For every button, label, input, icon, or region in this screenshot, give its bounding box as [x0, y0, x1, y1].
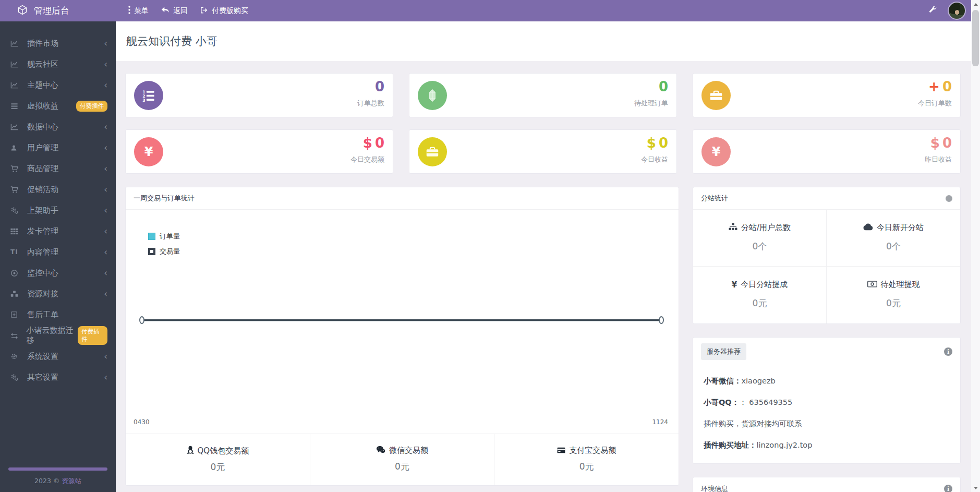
info-icon[interactable]: i [944, 485, 952, 492]
legend-item-volume[interactable]: 交易量 [148, 247, 180, 256]
sidebar-item-system-settings[interactable]: 系统设置 ‹ [0, 346, 116, 367]
copyright-link[interactable]: 资源站 [62, 477, 81, 485]
menu-button[interactable]: 菜单 [128, 6, 149, 16]
sidebar-item-label: 其它设置 [27, 373, 58, 382]
sidebar-item-other-settings[interactable]: 其它设置 ‹ [0, 367, 116, 388]
brand[interactable]: 管理后台 [0, 5, 116, 17]
cube-icon [17, 5, 28, 17]
reply-arrow-icon [161, 6, 170, 15]
range-end-label: 1124 [652, 418, 668, 426]
sidebar-item-label: 虚拟收益 [27, 101, 58, 111]
sidebar-item-monitor-center[interactable]: 监控中心 ‹ [0, 262, 116, 283]
sidebar-item-xiaozhuyun-migration[interactable]: 小诸云数据迁移 付费插件 [0, 325, 116, 346]
stat-card-right: $0 今日交易额 [350, 136, 384, 164]
avatar[interactable] [948, 2, 966, 20]
chart-panel-header: 一周交易与订单统计 [126, 187, 679, 210]
sidebar-item-goods-management[interactable]: 商品管理 ‹ [0, 158, 116, 179]
server-panel: 服务器推荐 i 小哥微信：xiaogezb 小哥QQ：： 635649355 插… [693, 337, 961, 464]
paid-version-button[interactable]: 付费版购买 [200, 6, 248, 16]
slider-track[interactable] [142, 319, 661, 321]
substation-title: 分站统计 [701, 194, 728, 203]
substation-cell-new-today: 今日新开分站 0个 [827, 210, 960, 267]
chart-panel: 一周交易与订单统计 订单量 交易量 [125, 187, 679, 486]
qq-penguin-icon [187, 446, 194, 456]
yen-icon: ¥ [701, 137, 731, 166]
gem-icon [418, 81, 447, 110]
sidebar-item-card-management[interactable]: 发卡管理 ‹ [0, 221, 116, 242]
content-columns: 一周交易与订单统计 订单量 交易量 [125, 187, 961, 492]
back-button[interactable]: 返回 [161, 6, 188, 16]
sidebar-item-resource-docking[interactable]: 资源对接 ‹ [0, 283, 116, 304]
sidebar: 插件市场 ‹ 舰云社区 ‹ 主题中心 ‹ 虚拟收益 付费插件 数据中心 ‹ 用户… [0, 21, 116, 492]
sidebar-item-label: 舰云社区 [27, 59, 58, 69]
sidebar-footer: 2023 © 资源站 [0, 467, 116, 486]
gears-icon [10, 374, 23, 381]
money-bill-icon [867, 280, 877, 290]
chevron-left-icon: ‹ [104, 373, 107, 382]
cubes-icon [10, 290, 23, 298]
paid-plugin-badge: 付费插件 [76, 101, 107, 112]
sidebar-item-data-center[interactable]: 数据中心 ‹ [0, 116, 116, 137]
vertical-scrollbar[interactable] [971, 0, 980, 492]
stat-card-yesterday-income: ¥ $0 昨日收益 [693, 129, 961, 174]
server-line-qq: 小哥QQ：： 635649355 [704, 392, 952, 413]
text-icon: TI [10, 248, 23, 256]
stat-prefix: + [928, 79, 940, 94]
payment-summary-row: QQ钱包交易额 0元 微信交易额 0元 [126, 434, 679, 485]
substation-panel: 分站统计 分站/用户总数 0个 [693, 187, 961, 324]
copyright-text: 2023 © [34, 477, 59, 485]
status-dot [946, 195, 952, 202]
sidebar-item-theme-center[interactable]: 主题中心 ‹ [0, 75, 116, 95]
chart-area: 订单量 交易量 0430 1 [126, 210, 679, 434]
sidebar-item-jianyun-community[interactable]: 舰云社区 ‹ [0, 54, 116, 75]
scrollbar-thumb[interactable] [972, 10, 979, 66]
cell-value: 0个 [827, 241, 960, 253]
sidebar-item-label: 内容管理 [27, 247, 58, 257]
sidebar-item-label: 系统设置 [27, 352, 58, 362]
cell-label: 支付宝交易额 [569, 446, 616, 455]
line-label: 小哥微信： [704, 377, 742, 385]
scrollbar-up-arrow[interactable] [971, 0, 980, 9]
server-line-contact: 插件购买，货源对接均可联系 [704, 413, 952, 435]
sidebar-item-label: 上架助手 [27, 206, 58, 215]
sitemap-icon [729, 223, 737, 233]
exchange-icon [10, 332, 22, 340]
sidebar-item-promotions[interactable]: 促销活动 ‹ [0, 179, 116, 200]
content-body: 123 0 订单总数 0 待处理订单 [116, 61, 971, 492]
server-panel-body: 小哥微信：xiaogezb 小哥QQ：： 635649355 插件购买，货源对接… [693, 366, 960, 463]
datazoom-slider[interactable] [140, 316, 663, 325]
substation-cell-commission: ¥ 今日分站提成 0元 [693, 267, 827, 323]
stat-card-total-orders: 123 0 订单总数 [125, 73, 393, 117]
line-value: linzong.jy2.top [757, 441, 813, 449]
paid-plugin-badge: 付费插件 [78, 326, 107, 345]
chevron-left-icon: ‹ [104, 123, 107, 131]
cell-label: 待处理提现 [881, 280, 920, 290]
line-value: ： 635649355 [739, 398, 792, 406]
sidebar-item-plugin-market[interactable]: 插件市场 ‹ [0, 33, 116, 54]
sidebar-item-aftersale-ticket[interactable]: 售后工单 [0, 304, 116, 325]
wrench-icon[interactable] [928, 5, 937, 16]
slider-handle-right[interactable] [659, 316, 664, 324]
cell-label: 分站/用户总数 [741, 223, 791, 233]
stat-number: 0 [375, 135, 384, 151]
sidebar-item-user-management[interactable]: 用户管理 ‹ [0, 137, 116, 158]
sidebar-item-listing-helper[interactable]: 上架助手 ‹ [0, 200, 116, 221]
environment-panel-title: 环境信息 [701, 484, 728, 492]
stat-label: 昨日收益 [925, 155, 952, 164]
info-icon[interactable]: i [944, 347, 952, 356]
topbar-right [928, 2, 971, 20]
chevron-left-icon: ‹ [104, 185, 107, 194]
stat-label: 待处理订单 [634, 99, 668, 108]
sidebar-item-content-management[interactable]: TI 内容管理 ‹ [0, 242, 116, 262]
sidebar-item-label: 主题中心 [27, 80, 58, 90]
slider-handle-left[interactable] [139, 316, 144, 324]
credit-card-icon [557, 446, 565, 455]
legend-item-orders[interactable]: 订单量 [148, 232, 180, 241]
sidebar-item-virtual-income[interactable]: 虚拟收益 付费插件 [0, 95, 116, 116]
scrollbar-down-arrow[interactable] [971, 483, 980, 492]
cell-label: 今日分站提成 [741, 280, 788, 290]
legend-swatch-cyan [148, 233, 155, 240]
environment-panel-header: 环境信息 i [693, 477, 960, 492]
sidebar-item-label: 资源对接 [27, 289, 58, 299]
page-title: 舰云知识付费 小哥 [126, 34, 217, 49]
